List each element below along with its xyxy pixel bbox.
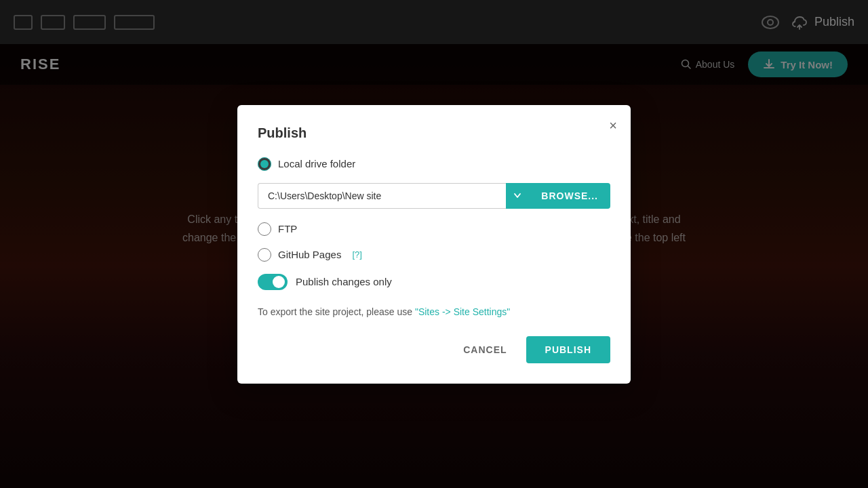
- github-radio[interactable]: [258, 248, 271, 262]
- export-notice-text: To export the site project, please use: [258, 306, 415, 317]
- ftp-option[interactable]: FTP: [258, 222, 610, 236]
- publish-dialog: Publish × Local drive folder BROWSE... F…: [237, 105, 631, 384]
- github-pages-option[interactable]: GitHub Pages [?]: [258, 248, 610, 262]
- modal-overlay: Publish × Local drive folder BROWSE... F…: [0, 0, 868, 488]
- publish-changes-toggle-row: Publish changes only: [258, 274, 610, 290]
- ftp-radio[interactable]: [258, 222, 271, 236]
- cancel-button[interactable]: CANCEL: [452, 338, 517, 362]
- local-drive-radio[interactable]: [258, 157, 271, 171]
- chevron-down-icon: [514, 193, 521, 199]
- local-drive-option[interactable]: Local drive folder: [258, 157, 610, 171]
- path-input[interactable]: [258, 183, 506, 209]
- path-row: BROWSE...: [258, 183, 610, 209]
- toggle-thumb: [273, 276, 285, 288]
- dialog-title: Publish: [258, 125, 610, 141]
- publish-action-button[interactable]: PUBLISH: [526, 336, 610, 363]
- local-drive-label: Local drive folder: [278, 158, 355, 169]
- site-settings-link[interactable]: "Sites -> Site Settings": [415, 306, 510, 317]
- close-button[interactable]: ×: [609, 119, 617, 132]
- browse-button[interactable]: BROWSE...: [529, 183, 610, 209]
- publish-changes-label: Publish changes only: [296, 276, 392, 287]
- publish-changes-toggle[interactable]: [258, 274, 288, 290]
- github-label: GitHub Pages: [278, 249, 341, 260]
- path-dropdown-button[interactable]: [506, 183, 529, 209]
- export-notice: To export the site project, please use "…: [258, 306, 610, 317]
- github-help-icon[interactable]: [?]: [352, 249, 361, 260]
- ftp-label: FTP: [278, 223, 297, 235]
- dialog-footer: CANCEL PUBLISH: [258, 336, 610, 363]
